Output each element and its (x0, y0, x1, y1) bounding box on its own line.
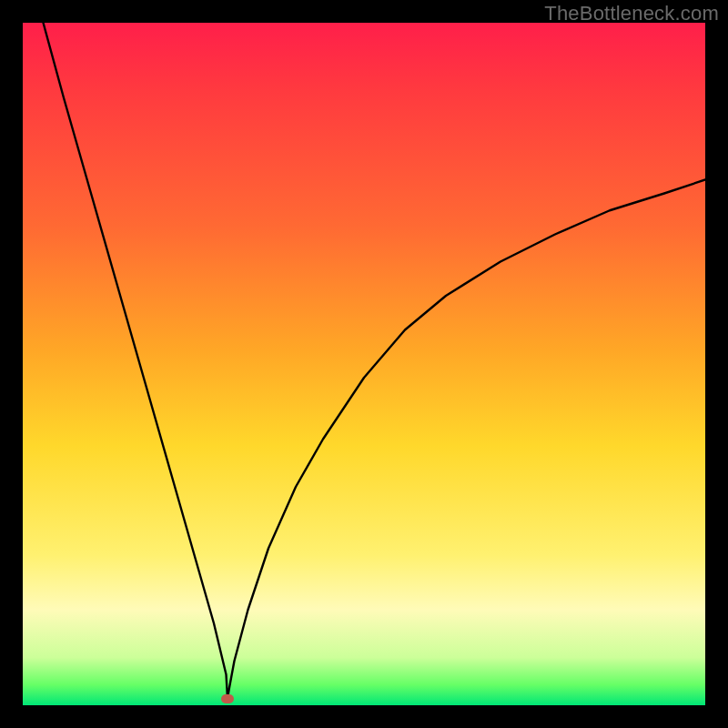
bottleneck-curve (23, 23, 705, 705)
chart-frame: TheBottleneck.com (0, 0, 728, 728)
attribution-text: TheBottleneck.com (544, 2, 719, 25)
minimum-marker (221, 694, 234, 703)
